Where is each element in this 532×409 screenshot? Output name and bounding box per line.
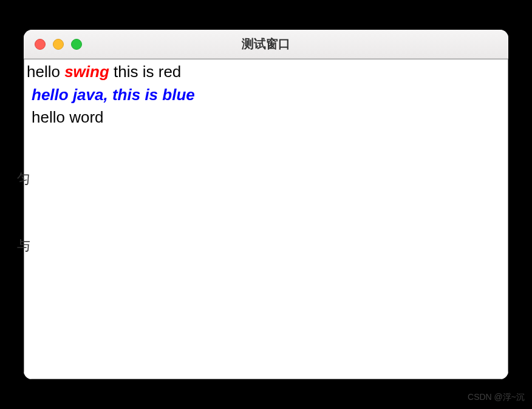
line1-part-a: hello	[27, 63, 64, 81]
application-window: 测试窗口 hello swing this is red hello java,…	[24, 30, 508, 379]
maximize-button[interactable]	[71, 39, 82, 50]
text-line-1: hello swing this is red	[27, 61, 505, 84]
line1-part-b: swing	[64, 63, 109, 81]
window-title: 测试窗口	[24, 36, 508, 52]
titlebar[interactable]: 测试窗口	[24, 30, 508, 59]
line1-part-c: this is red	[109, 63, 182, 81]
watermark: CSDN @浮~沉	[468, 392, 525, 403]
cropped-background-text: 匀 与	[17, 170, 26, 255]
crop-char-bottom: 与	[17, 237, 26, 255]
text-pane[interactable]: hello swing this is red hello java, this…	[24, 59, 508, 379]
traffic-lights	[24, 39, 82, 50]
close-button[interactable]	[35, 39, 46, 50]
text-line-2: hello java, this is blue	[27, 84, 505, 107]
crop-char-top: 匀	[17, 170, 26, 188]
text-line-3: hello word	[27, 106, 505, 129]
minimize-button[interactable]	[53, 39, 64, 50]
